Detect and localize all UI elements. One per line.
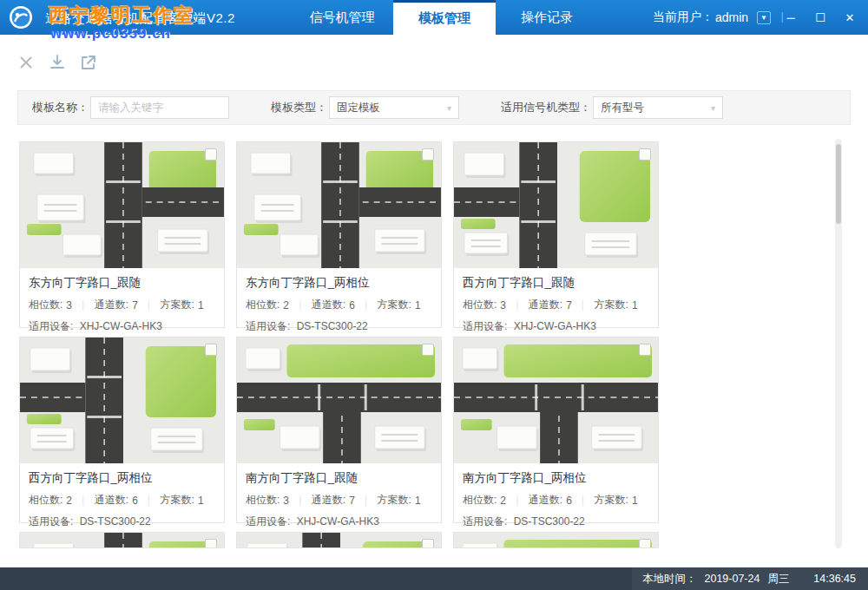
user-dropdown-icon[interactable]: ▼ bbox=[757, 11, 771, 24]
minimize-button[interactable]: ─ bbox=[781, 8, 800, 27]
channel-value: 6 bbox=[349, 299, 355, 311]
template-stats: 相位数: 2 ｜ 通道数: 6 ｜ 方案数: 1 bbox=[20, 488, 224, 508]
export-icon[interactable] bbox=[80, 54, 97, 71]
template-device: 适用设备: XHJ-CW-GA-HK3 bbox=[454, 312, 658, 334]
signal-type-value: 所有型号 bbox=[601, 101, 644, 115]
device-value: DS-TSC300-22 bbox=[80, 515, 151, 528]
status-weekday: 周三 bbox=[767, 572, 789, 587]
plan-value: 1 bbox=[198, 299, 204, 311]
template-title: 西方向丁字路口_两相位 bbox=[20, 463, 224, 488]
chevron-down-icon: ▾ bbox=[711, 103, 715, 113]
separator: ｜ bbox=[361, 493, 372, 508]
scrollbar-thumb[interactable] bbox=[836, 144, 841, 224]
template-name-input[interactable] bbox=[90, 96, 229, 119]
plan-value: 1 bbox=[632, 299, 638, 311]
channel-label: 通道数: bbox=[529, 298, 562, 312]
template-card[interactable]: 东方向丁字路口_跟随 相位数: 3 ｜ 通道数: 7 ｜ 方案数: 1 适用设备… bbox=[19, 141, 225, 328]
status-time-panel: 本地时间： 2019-07-24 周三 14:36:45 bbox=[632, 567, 868, 590]
download-icon[interactable] bbox=[49, 54, 66, 71]
status-date: 2019-07-24 bbox=[705, 573, 760, 585]
close-button[interactable]: ✕ bbox=[840, 8, 859, 27]
current-user-label: 当前用户： bbox=[653, 10, 713, 25]
template-title: 东方向丁字路口_两相位 bbox=[237, 268, 441, 292]
template-card[interactable]: 西方向丁字路口_两相位 相位数: 2 ｜ 通道数: 6 ｜ 方案数: 1 适用设… bbox=[19, 337, 225, 523]
card-checkbox[interactable] bbox=[639, 344, 651, 356]
template-device: 适用设备: XHJ-CW-GA-HK3 bbox=[20, 312, 224, 334]
channel-value: 7 bbox=[349, 495, 355, 507]
current-user[interactable]: 当前用户： admin ▼ bbox=[653, 0, 771, 35]
separator: ｜ bbox=[78, 493, 89, 508]
card-checkbox[interactable] bbox=[205, 539, 217, 548]
filter-bar: 模板名称： 模板类型： 固定模板 ▾ 适用信号机类型： 所有型号 ▾ bbox=[17, 90, 851, 125]
tab-template-management[interactable]: 模板管理 bbox=[393, 0, 496, 35]
plan-label: 方案数: bbox=[595, 493, 628, 508]
device-value: XHJ-CW-GA-HK3 bbox=[297, 515, 379, 528]
signal-type-select[interactable]: 所有型号 ▾ bbox=[593, 96, 723, 119]
template-card[interactable]: 南方向丁字路口_两相位 相位数: 2 ｜ 通道数: 6 ｜ 方案数: 1 适用设… bbox=[453, 337, 659, 523]
card-checkbox[interactable] bbox=[422, 539, 434, 548]
channel-value: 7 bbox=[132, 299, 138, 311]
template-stats: 相位数: 3 ｜ 通道数: 7 ｜ 方案数: 1 bbox=[237, 488, 441, 508]
phase-value: 2 bbox=[283, 299, 289, 311]
card-checkbox[interactable] bbox=[639, 539, 651, 548]
template-card[interactable]: 东方向丁字路口_两相位 相位数: 2 ｜ 通道数: 6 ｜ 方案数: 1 适用设… bbox=[236, 141, 442, 328]
template-type-select[interactable]: 固定模板 ▾ bbox=[329, 96, 459, 119]
close-icon[interactable] bbox=[17, 54, 35, 71]
template-thumbnail bbox=[20, 338, 224, 463]
app-logo-icon bbox=[9, 5, 33, 30]
device-label: 适用设备: bbox=[246, 320, 290, 332]
status-time: 14:36:45 bbox=[813, 573, 856, 585]
card-checkbox[interactable] bbox=[205, 148, 217, 161]
separator: ｜ bbox=[578, 298, 589, 312]
separator: ｜ bbox=[144, 298, 155, 312]
template-title: 南方向丁字路口_跟随 bbox=[237, 463, 441, 488]
plan-label: 方案数: bbox=[161, 493, 194, 508]
maximize-button[interactable]: ☐ bbox=[811, 8, 830, 27]
separator: ｜ bbox=[361, 298, 372, 312]
card-checkbox[interactable] bbox=[205, 344, 217, 356]
template-thumbnail bbox=[20, 533, 224, 548]
separator: ｜ bbox=[295, 493, 306, 508]
template-card[interactable] bbox=[453, 532, 659, 548]
phase-label: 相位数: bbox=[246, 493, 279, 508]
device-label: 适用设备: bbox=[463, 515, 507, 528]
tab-operation-records[interactable]: 操作记录 bbox=[496, 0, 598, 35]
device-label: 适用设备: bbox=[29, 320, 73, 332]
phase-label: 相位数: bbox=[29, 298, 62, 312]
template-thumbnail bbox=[454, 142, 658, 268]
template-card[interactable]: 南方向丁字路口_跟随 相位数: 3 ｜ 通道数: 7 ｜ 方案数: 1 适用设备… bbox=[236, 337, 442, 523]
separator: ｜ bbox=[144, 493, 155, 508]
template-stats: 相位数: 2 ｜ 通道数: 6 ｜ 方案数: 1 bbox=[454, 488, 658, 508]
template-card[interactable] bbox=[19, 532, 225, 548]
template-list: 东方向丁字路口_跟随 相位数: 3 ｜ 通道数: 7 ｜ 方案数: 1 适用设备… bbox=[0, 139, 868, 548]
phase-label: 相位数: bbox=[29, 493, 62, 508]
phase-label: 相位数: bbox=[463, 493, 496, 508]
template-thumbnail bbox=[454, 338, 658, 463]
vertical-scrollbar[interactable] bbox=[835, 139, 842, 548]
template-type-value: 固定模板 bbox=[337, 101, 380, 115]
channel-label: 通道数: bbox=[529, 493, 562, 508]
card-checkbox[interactable] bbox=[422, 344, 434, 356]
template-thumbnail bbox=[454, 533, 658, 548]
card-checkbox[interactable] bbox=[639, 148, 651, 161]
template-thumbnail bbox=[20, 142, 224, 268]
phase-value: 2 bbox=[500, 495, 506, 507]
app-title: 道路交通信号机配置客户端V2.2 bbox=[45, 10, 235, 27]
template-title: 东方向丁字路口_跟随 bbox=[20, 268, 224, 292]
device-label: 适用设备: bbox=[463, 320, 507, 332]
phase-label: 相位数: bbox=[246, 298, 279, 312]
tab-signal-management[interactable]: 信号机管理 bbox=[291, 0, 393, 35]
device-value: XHJ-CW-GA-HK3 bbox=[514, 320, 596, 332]
template-title: 西方向丁字路口_跟随 bbox=[454, 268, 658, 292]
signal-type-label: 适用信号机类型： bbox=[501, 100, 591, 115]
plan-value: 1 bbox=[415, 495, 421, 507]
device-value: XHJ-CW-GA-HK3 bbox=[80, 320, 162, 332]
title-bar: 道路交通信号机配置客户端V2.2 信号机管理 模板管理 操作记录 当前用户： a… bbox=[0, 0, 868, 35]
card-checkbox[interactable] bbox=[422, 148, 434, 161]
template-card[interactable] bbox=[236, 532, 442, 548]
plan-value: 1 bbox=[632, 495, 638, 507]
plan-label: 方案数: bbox=[595, 298, 628, 312]
template-card[interactable]: 西方向丁字路口_跟随 相位数: 3 ｜ 通道数: 7 ｜ 方案数: 1 适用设备… bbox=[453, 141, 659, 328]
channel-label: 通道数: bbox=[95, 298, 128, 312]
phase-value: 2 bbox=[66, 495, 72, 507]
